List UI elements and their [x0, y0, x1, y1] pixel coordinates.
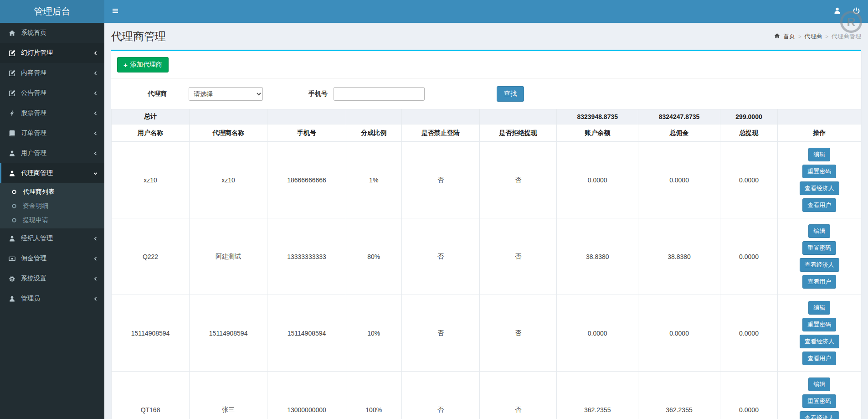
reset-password-button[interactable]: 重置密码	[802, 165, 836, 178]
table-row: xz10xz10186666666661%否否0.00000.00000.000…	[112, 142, 861, 218]
sidebar-item-content-mgmt[interactable]: 内容管理	[0, 63, 104, 83]
table-header-cell: 操作	[778, 124, 861, 142]
table-header-cell: 总提现	[720, 124, 778, 142]
sidebar-item-system-home[interactable]: 系统首页	[0, 23, 104, 43]
table-header-cell: 是否禁止登陆	[401, 124, 479, 142]
table-cell: 0.0000	[557, 142, 638, 218]
chevron-left-icon	[93, 276, 98, 281]
submenu-item-withdraw-apply[interactable]: 提现申请	[0, 213, 104, 227]
breadcrumb-current: 代理商管理	[832, 32, 861, 41]
sidebar-item-label: 系统首页	[21, 29, 98, 37]
table-header-cell: 代理商名称	[190, 124, 267, 142]
sidebar-item-agent-mgmt[interactable]: 代理商管理	[0, 163, 104, 183]
view-user-button[interactable]: 查看用户	[802, 352, 836, 365]
sidebar-item-label: 股票管理	[21, 109, 93, 117]
totals-row: 总计8323948.87358324247.8735299.0000	[112, 109, 861, 124]
sidebar-item-system-settings[interactable]: 系统设置	[0, 269, 104, 289]
sidebar-item-administrator[interactable]: 管理员	[0, 289, 104, 309]
agent-select[interactable]: 请选择	[189, 87, 263, 101]
sidebar-item-notice-mgmt[interactable]: 公告管理	[0, 83, 104, 103]
actions-cell: 编辑重置密码查看经济人查看用户	[778, 295, 861, 372]
agents-box: + 添加代理商 代理商 请选择 手机号 查找 总计8323948.8735832…	[111, 50, 861, 419]
view-broker-button[interactable]: 查看经济人	[800, 335, 839, 348]
reset-password-button[interactable]: 重置密码	[802, 394, 836, 408]
table-cell: Q222	[112, 218, 190, 295]
chevron-down-icon	[93, 171, 98, 176]
sidebar-item-broker-mgmt[interactable]: 经纪人管理	[0, 228, 104, 248]
reset-password-button[interactable]: 重置密码	[802, 241, 836, 255]
view-broker-button[interactable]: 查看经济人	[800, 258, 839, 272]
totals-cell: 8323948.8735	[557, 109, 638, 124]
submenu-item-label: 代理商列表	[23, 188, 55, 196]
filter-bar: 代理商 请选择 手机号 查找	[111, 79, 861, 109]
submenu-item-fund-details[interactable]: 资金明细	[0, 199, 104, 213]
phone-input[interactable]	[334, 87, 425, 101]
table-header-cell: 账户余额	[557, 124, 638, 142]
edit-button[interactable]: 编辑	[808, 378, 830, 391]
gear-icon	[7, 275, 17, 282]
pencil-icon	[7, 90, 17, 97]
sidebar-item-stock-mgmt[interactable]: 股票管理	[0, 103, 104, 123]
sidebar-item-slideshow-mgmt[interactable]: 幻灯片管理	[0, 43, 104, 63]
table-header-row: 用户名称代理商名称手机号分成比例是否禁止登陆是否拒绝提现账户余额总佣金总提现操作	[112, 124, 861, 142]
totals-cell	[778, 109, 861, 124]
table-cell: 0.0000	[720, 218, 778, 295]
sidebar: 系统首页幻灯片管理内容管理公告管理股票管理订单管理用户管理代理商管理代理商列表资…	[0, 23, 104, 419]
app-title: 管理后台	[34, 5, 71, 18]
totals-cell	[190, 109, 267, 124]
view-user-button[interactable]: 查看用户	[802, 275, 836, 289]
table-cell: 362.2355	[557, 372, 638, 419]
sidebar-item-order-mgmt[interactable]: 订单管理	[0, 123, 104, 143]
add-agent-button[interactable]: + 添加代理商	[117, 57, 169, 72]
table-cell: 否	[401, 142, 479, 218]
reset-password-button[interactable]: 重置密码	[802, 318, 836, 331]
edit-button[interactable]: 编辑	[808, 224, 830, 238]
app-logo[interactable]: 管理后台	[0, 0, 104, 23]
table-cell: 38.8380	[557, 218, 638, 295]
user-menu-button[interactable]	[827, 0, 847, 23]
sidebar-toggle-button[interactable]	[104, 0, 126, 23]
sidebar-item-label: 幻灯片管理	[21, 49, 93, 57]
table-header-cell: 分成比例	[346, 124, 401, 142]
breadcrumb-separator: >	[798, 34, 801, 39]
sidebar-item-label: 佣金管理	[21, 254, 93, 263]
sidebar-item-label: 用户管理	[21, 149, 93, 157]
search-button[interactable]: 查找	[497, 86, 524, 102]
totals-cell	[346, 109, 401, 124]
chevron-left-icon	[93, 256, 98, 261]
table-cell: 100%	[346, 372, 401, 419]
sidebar-item-user-mgmt[interactable]: 用户管理	[0, 143, 104, 163]
table-cell: xz10	[190, 142, 267, 218]
top-header: 管理后台	[0, 0, 868, 23]
table-cell: 张三	[190, 372, 267, 419]
sidebar-item-commission-mgmt[interactable]: 佣金管理	[0, 248, 104, 269]
table-cell: 15114908594	[267, 295, 346, 372]
view-user-button[interactable]: 查看用户	[802, 198, 836, 212]
circle-icon	[10, 203, 19, 209]
plus-icon: +	[123, 62, 128, 68]
table-cell: 80%	[346, 218, 401, 295]
home-icon	[774, 33, 780, 40]
table-cell: 15114908594	[112, 295, 190, 372]
submenu-item-label: 提现申请	[23, 216, 48, 224]
totals-cell	[267, 109, 346, 124]
edit-button[interactable]: 编辑	[808, 148, 830, 161]
sidebar-item-label: 订单管理	[21, 129, 93, 137]
breadcrumb-home[interactable]: 首页	[783, 32, 795, 41]
table-header-cell: 总佣金	[638, 124, 720, 142]
submenu-item-agent-list[interactable]: 代理商列表	[0, 185, 104, 199]
edit-button[interactable]: 编辑	[808, 301, 830, 315]
table-cell: 0.0000	[638, 142, 720, 218]
breadcrumb-agent[interactable]: 代理商	[805, 32, 822, 41]
view-broker-button[interactable]: 查看经济人	[800, 411, 839, 419]
chevron-left-icon	[93, 131, 98, 136]
logout-button[interactable]	[847, 0, 866, 23]
pencil-icon	[7, 50, 17, 57]
table-cell: 否	[401, 218, 479, 295]
view-broker-button[interactable]: 查看经济人	[800, 181, 839, 195]
table-cell: 18666666666	[267, 142, 346, 218]
chevron-left-icon	[93, 111, 98, 116]
table-header-cell: 是否拒绝提现	[479, 124, 556, 142]
actions-cell: 编辑重置密码查看经济人查看用户	[778, 372, 861, 419]
table-cell: QT168	[112, 372, 190, 419]
